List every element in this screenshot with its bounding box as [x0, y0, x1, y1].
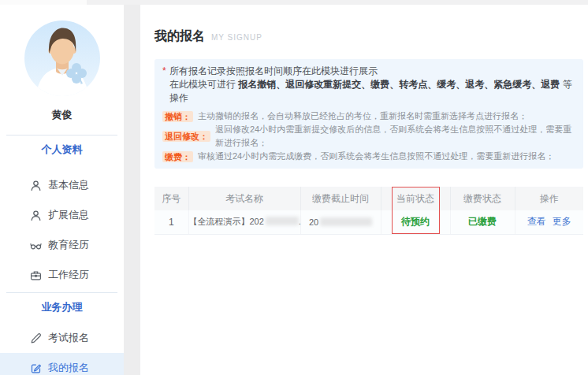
tip-payment: 缴费： 审核通过24小时内需完成缴费，否则系统会将考生信息按照不通过处理，需要重… [162, 150, 575, 163]
sidebar-item-my-signup[interactable]: 我的报名 [0, 353, 124, 375]
sidebar-item-label: 考试报名 [48, 331, 89, 345]
redacted-exam-name [266, 217, 299, 225]
glasses-icon [30, 239, 42, 251]
sidebar-divider [6, 135, 117, 136]
col-header-pay-status: 缴费状态 [450, 187, 515, 210]
user-icon [30, 210, 42, 221]
view-link[interactable]: 查看 [527, 216, 546, 227]
notice-box: *所有报名记录按照报名时间顺序在此模块进行展示 在此模块可进行 报名撤销、退回修… [154, 59, 583, 169]
edit-doc-icon [30, 362, 42, 374]
tip-return-modify: 退回修改： 退回修改24小时内需重新提交修改后的信息，否则系统会将考生信息按照不… [162, 123, 575, 150]
sidebar-section-profile: 个人资料 [0, 142, 124, 158]
page-title: 我的报名 [154, 28, 205, 45]
col-header-exam-name: 考试名称 [188, 187, 300, 210]
tip-cancel: 撤销： 主动撤销的报名，会自动释放已经抢占的考位，重新报名时需重新选择考点进行报… [162, 110, 575, 123]
sidebar-item-education[interactable]: 教育经历 [0, 230, 124, 260]
sidebar-item-label: 我的报名 [48, 361, 89, 375]
required-asterisk: * [162, 65, 166, 78]
pay-status-badge: 已缴费 [468, 216, 497, 227]
sidebar-item-label: 扩展信息 [48, 208, 89, 222]
user-name: 黄俊 [0, 108, 124, 122]
page-header: 我的报名 MY SIGNUP [154, 28, 583, 46]
signup-table: 序号 考试名称 缴费截止时间 当前状态 缴费状态 操作 1 【全流程演示】202… [154, 187, 583, 235]
cell-index: 1 [154, 210, 188, 234]
sidebar-menu-profile: 基本信息 扩展信息 教育经历 [0, 170, 124, 290]
user-icon [30, 180, 42, 191]
main-panel: 我的报名 MY SIGNUP *所有报名记录按照报名时间顺序在此模块进行展示 在… [140, 5, 588, 375]
cell-exam-name: 【全流程演示】202. [188, 210, 300, 234]
notice-tips: 撤销： 主动撤销的报名，会自动释放已经抢占的考位，重新报名时需重新选择考点进行报… [162, 110, 575, 163]
col-header-index: 序号 [154, 187, 188, 210]
tip-cancel-text: 主动撤销的报名，会自动释放已经抢占的考位，重新报名时需重新选择考点进行报名； [198, 110, 527, 123]
cell-operations: 查看更多 [515, 210, 583, 234]
notice-line-1: *所有报名记录按照报名时间顺序在此模块进行展示 [162, 65, 575, 78]
sidebar-item-basic-info[interactable]: 基本信息 [0, 170, 124, 200]
sidebar-item-label: 教育经历 [48, 238, 89, 252]
sidebar-item-exam-signup[interactable]: 考试报名 [0, 323, 124, 353]
notice-line-2: 在此模块可进行 报名撤销、退回修改重新提交、缴费、转考点、缓考、退考、紧急缓考、… [162, 78, 575, 105]
avatar-illustration [24, 20, 100, 96]
tip-cancel-badge: 撤销： [162, 111, 193, 122]
sidebar-item-label: 基本信息 [48, 178, 89, 192]
status-badge: 待预约 [401, 216, 430, 227]
sidebar-section-business: 业务办理 [0, 299, 124, 315]
sidebar-item-label: 工作经历 [48, 268, 89, 282]
tip-return-modify-text: 退回修改24小时内需重新提交修改后的信息，否则系统会将考生信息按照不通过处理，需… [215, 123, 575, 150]
sidebar-item-work[interactable]: 工作经历 [0, 260, 124, 290]
sidebar: 黄俊 个人资料 基本信息 扩展信息 [0, 5, 124, 375]
table-header-row: 序号 考试名称 缴费截止时间 当前状态 缴费状态 操作 [154, 187, 583, 210]
avatar [24, 20, 100, 96]
col-header-deadline: 缴费截止时间 [300, 187, 381, 210]
notice-bold-operations: 报名撤销、退回修改重新提交、缴费、转考点、缓考、退考、紧急缓考、退费 [238, 79, 560, 90]
pen-icon [30, 332, 42, 344]
col-header-current-status: 当前状态 [381, 187, 450, 210]
cell-deadline: 20 [300, 210, 381, 234]
more-link[interactable]: 更多 [553, 216, 571, 227]
tip-payment-text: 审核通过24小时内需完成缴费，否则系统会将考生信息按照不通过处理，需要重新进行报… [198, 150, 554, 163]
briefcase-icon [30, 269, 42, 281]
sidebar-menu-business: 考试报名 我的报名 [0, 323, 124, 375]
page-subtitle: MY SIGNUP [211, 33, 262, 42]
table-row: 1 【全流程演示】202. 20 待预约 已缴费 查看更多 [154, 210, 583, 234]
sidebar-divider [6, 292, 117, 293]
cell-pay-status: 已缴费 [450, 210, 515, 234]
tip-payment-badge: 缴费： [162, 151, 193, 162]
tip-return-modify-badge: 退回修改： [162, 131, 210, 142]
col-header-operations: 操作 [515, 187, 583, 210]
redacted-deadline [320, 217, 372, 226]
sidebar-item-extended-info[interactable]: 扩展信息 [0, 200, 124, 230]
cell-current-status: 待预约 [381, 210, 450, 234]
